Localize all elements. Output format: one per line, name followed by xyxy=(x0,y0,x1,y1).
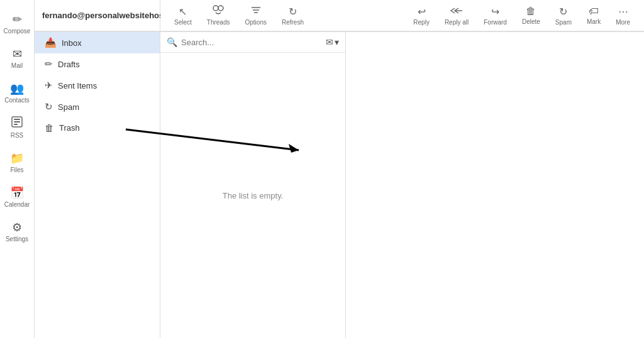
options-button[interactable]: Options xyxy=(237,1,274,30)
mark-button[interactable]: 🏷 Mark xyxy=(579,2,608,29)
spam-button[interactable]: ↻ Spam xyxy=(548,2,579,30)
folder-drafts[interactable]: ✏ Drafts xyxy=(35,53,160,75)
message-list-empty: The list is empty. xyxy=(160,53,345,338)
compose-icon: ✏ xyxy=(13,13,22,26)
reply-all-label: Reply all xyxy=(445,19,469,26)
sidebar-item-rss[interactable]: RSS xyxy=(0,110,34,145)
folder-drafts-label: Drafts xyxy=(58,60,80,69)
folder-sent-label: Sent Items xyxy=(58,81,97,90)
account-header: fernando@personalwebsitehost.com ⋮ xyxy=(35,0,160,31)
svg-rect-1 xyxy=(14,119,20,120)
mark-icon: 🏷 xyxy=(589,6,599,17)
sidebar-item-label: Mail xyxy=(11,62,23,69)
spam-folder-icon: ↻ xyxy=(45,101,53,112)
sidebar-item-compose[interactable]: ✏ Compose xyxy=(0,6,34,41)
contacts-icon: 👥 xyxy=(10,82,24,95)
rss-icon xyxy=(11,116,23,131)
folder-sent[interactable]: ✈ Sent Items xyxy=(35,75,160,96)
more-label: More xyxy=(616,19,630,26)
more-button[interactable]: ⋯ More xyxy=(608,2,638,30)
sidebar-item-mail[interactable]: ✉ Mail xyxy=(0,41,34,75)
folder-spam-label: Spam xyxy=(58,102,79,112)
drafts-icon: ✏ xyxy=(45,58,53,70)
select-button[interactable]: ↖ Select xyxy=(167,2,199,30)
delete-button[interactable]: 🗑 Delete xyxy=(514,2,548,29)
forward-icon: ↪ xyxy=(491,6,499,18)
refresh-button[interactable]: ↻ Refresh xyxy=(274,2,311,30)
search-input[interactable] xyxy=(181,38,322,47)
toolbar-right: ↩ Reply Reply all ↪ Forward xyxy=(406,2,638,30)
svg-point-5 xyxy=(218,6,223,11)
reply-all-button[interactable]: Reply all xyxy=(437,2,476,30)
svg-rect-2 xyxy=(14,121,20,123)
sidebar-item-label: Settings xyxy=(6,236,28,243)
forward-button[interactable]: ↪ Forward xyxy=(476,2,514,30)
sidebar-item-label: Compose xyxy=(4,28,31,35)
sidebar-item-label: Calendar xyxy=(4,201,30,208)
reply-label: Reply xyxy=(413,19,430,26)
message-list-area: 🔍 ✉ ▾ The list is empty. xyxy=(160,32,346,338)
select-label: Select xyxy=(174,19,192,26)
sidebar-item-label: Files xyxy=(10,166,23,173)
threads-label: Threads xyxy=(207,19,230,26)
folder-inbox-label: Inbox xyxy=(62,38,82,48)
reply-button[interactable]: ↩ Reply xyxy=(406,2,437,30)
threads-button[interactable]: Threads xyxy=(199,1,238,30)
svg-rect-3 xyxy=(14,124,18,125)
refresh-icon: ↻ xyxy=(289,6,297,18)
mail-filter-icon: ✉ xyxy=(326,37,333,47)
content-area: 📥 Inbox ✏ Drafts ✈ Sent Items ↻ Spam 🗑 T… xyxy=(35,32,644,338)
refresh-label: Refresh xyxy=(282,19,304,26)
select-icon: ↖ xyxy=(179,6,187,18)
more-icon: ⋯ xyxy=(618,6,628,18)
main-area: fernando@personalwebsitehost.com ⋮ ↖ Sel… xyxy=(35,0,644,338)
search-icon: 🔍 xyxy=(167,37,177,47)
folder-spam[interactable]: ↻ Spam xyxy=(35,96,160,117)
preview-pane xyxy=(346,32,644,338)
sidebar-item-calendar[interactable]: 📅 Calendar xyxy=(0,180,34,214)
trash-icon: 🗑 xyxy=(45,123,54,133)
settings-icon: ⚙ xyxy=(12,221,22,234)
sidebar-item-files[interactable]: 📁 Files xyxy=(0,145,34,180)
reply-icon: ↩ xyxy=(418,6,426,18)
delete-icon: 🗑 xyxy=(526,6,536,17)
calendar-icon: 📅 xyxy=(10,186,24,200)
spam-icon: ↻ xyxy=(559,6,567,18)
sidebar-item-label: Contacts xyxy=(4,97,29,104)
toolbar: ↖ Select Threads xyxy=(160,0,644,31)
files-icon: 📁 xyxy=(10,151,24,165)
mail-icon: ✉ xyxy=(13,47,22,61)
inbox-icon: 📥 xyxy=(45,37,57,48)
empty-list-text: The list is empty. xyxy=(223,191,284,200)
options-icon xyxy=(250,5,262,18)
svg-point-4 xyxy=(213,6,218,11)
spam-label: Spam xyxy=(555,19,572,26)
options-label: Options xyxy=(245,19,266,26)
reply-all-icon xyxy=(450,6,464,18)
folder-panel: 📥 Inbox ✏ Drafts ✈ Sent Items ↻ Spam 🗑 T… xyxy=(35,32,160,338)
sidebar-item-settings[interactable]: ⚙ Settings xyxy=(0,214,34,249)
forward-label: Forward xyxy=(484,19,507,26)
sidebar: ✏ Compose ✉ Mail 👥 Contacts RSS 📁 Files … xyxy=(0,0,35,338)
sidebar-item-contacts[interactable]: 👥 Contacts xyxy=(0,75,34,110)
chevron-down-icon: ▾ xyxy=(335,37,339,47)
search-filter-button[interactable]: ✉ ▾ xyxy=(326,37,339,47)
folder-inbox[interactable]: 📥 Inbox xyxy=(35,32,160,53)
delete-label: Delete xyxy=(522,18,540,25)
mark-label: Mark xyxy=(587,18,601,25)
folder-trash-label: Trash xyxy=(59,123,80,133)
threads-icon xyxy=(213,5,224,18)
sidebar-item-label: RSS xyxy=(11,132,24,139)
search-bar: 🔍 ✉ ▾ xyxy=(160,32,345,53)
folder-trash[interactable]: 🗑 Trash xyxy=(35,117,160,138)
sent-icon: ✈ xyxy=(45,80,53,91)
